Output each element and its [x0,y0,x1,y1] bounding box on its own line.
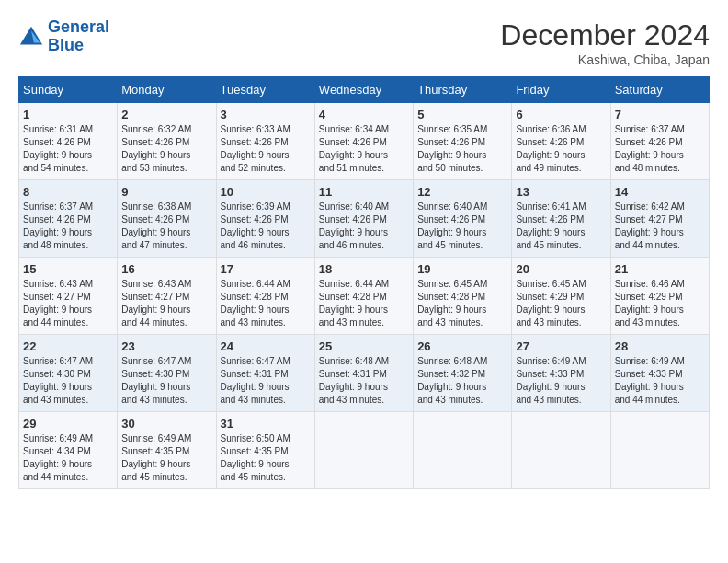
day-info: Sunrise: 6:40 AMSunset: 4:26 PMDaylight:… [319,201,409,252]
calendar-day-cell: 2Sunrise: 6:32 AMSunset: 4:26 PMDaylight… [118,103,216,180]
day-number: 17 [221,262,311,276]
day-info: Sunrise: 6:36 AMSunset: 4:26 PMDaylight:… [516,123,606,175]
day-info: Sunrise: 6:48 AMSunset: 4:31 PMDaylight:… [319,355,409,407]
calendar-day-cell [610,412,709,489]
day-info: Sunrise: 6:46 AMSunset: 4:29 PMDaylight:… [615,278,705,329]
day-number: 30 [121,417,211,431]
calendar-day-cell: 20Sunrise: 6:45 AMSunset: 4:29 PMDayligh… [512,258,610,335]
day-number: 5 [417,108,507,121]
day-number: 12 [417,185,507,199]
day-number: 8 [23,185,113,199]
day-number: 7 [615,108,705,121]
day-info: Sunrise: 6:33 AMSunset: 4:26 PMDaylight:… [221,123,311,175]
page-header: General Blue December 2024 Kashiwa, Chib… [18,18,710,67]
calendar-day-cell: 6Sunrise: 6:36 AMSunset: 4:26 PMDaylight… [512,103,610,180]
day-number: 9 [121,185,211,199]
location-subtitle: Kashiwa, Chiba, Japan [500,52,710,67]
calendar-week-row: 1Sunrise: 6:31 AMSunset: 4:26 PMDaylight… [19,103,710,180]
day-info: Sunrise: 6:48 AMSunset: 4:32 PMDaylight:… [417,355,507,407]
day-number: 6 [516,108,606,121]
day-info: Sunrise: 6:47 AMSunset: 4:30 PMDaylight:… [23,355,113,407]
day-info: Sunrise: 6:32 AMSunset: 4:26 PMDaylight:… [121,123,211,175]
calendar-day-cell [512,412,610,489]
day-info: Sunrise: 6:49 AMSunset: 4:33 PMDaylight:… [516,355,606,407]
day-info: Sunrise: 6:43 AMSunset: 4:27 PMDaylight:… [23,278,113,329]
calendar-day-cell: 18Sunrise: 6:44 AMSunset: 4:28 PMDayligh… [314,258,413,335]
col-header-wednesday: Wednesday [314,77,413,103]
day-number: 2 [121,108,211,121]
day-number: 21 [615,262,705,276]
calendar-day-cell: 8Sunrise: 6:37 AMSunset: 4:26 PMDaylight… [19,180,118,258]
day-info: Sunrise: 6:49 AMSunset: 4:35 PMDaylight:… [121,432,211,484]
calendar-day-cell: 9Sunrise: 6:38 AMSunset: 4:26 PMDaylight… [118,180,216,258]
day-info: Sunrise: 6:39 AMSunset: 4:26 PMDaylight:… [221,201,311,252]
day-info: Sunrise: 6:47 AMSunset: 4:31 PMDaylight:… [221,355,311,407]
calendar-day-cell: 17Sunrise: 6:44 AMSunset: 4:28 PMDayligh… [216,258,314,335]
calendar-day-cell: 4Sunrise: 6:34 AMSunset: 4:26 PMDaylight… [314,103,413,180]
day-number: 11 [319,185,409,199]
day-number: 19 [417,262,507,276]
day-info: Sunrise: 6:43 AMSunset: 4:27 PMDaylight:… [121,278,211,329]
calendar-day-cell: 30Sunrise: 6:49 AMSunset: 4:35 PMDayligh… [118,412,216,489]
day-number: 10 [221,185,311,199]
calendar-day-cell: 19Sunrise: 6:45 AMSunset: 4:28 PMDayligh… [414,258,512,335]
month-title: December 2024 [500,18,710,52]
day-info: Sunrise: 6:34 AMSunset: 4:26 PMDaylight:… [319,123,409,175]
logo-text: General Blue [48,18,109,55]
calendar-day-cell: 10Sunrise: 6:39 AMSunset: 4:26 PMDayligh… [216,180,314,258]
calendar-day-cell: 12Sunrise: 6:40 AMSunset: 4:26 PMDayligh… [414,180,512,258]
day-info: Sunrise: 6:45 AMSunset: 4:29 PMDaylight:… [516,278,606,329]
day-number: 25 [319,339,409,353]
day-info: Sunrise: 6:45 AMSunset: 4:28 PMDaylight:… [417,278,507,329]
day-info: Sunrise: 6:49 AMSunset: 4:34 PMDaylight:… [23,432,113,484]
calendar-table: SundayMondayTuesdayWednesdayThursdayFrid… [18,76,710,489]
title-block: December 2024 Kashiwa, Chiba, Japan [500,18,710,67]
col-header-saturday: Saturday [610,77,709,103]
calendar-header-row: SundayMondayTuesdayWednesdayThursdayFrid… [19,77,710,103]
calendar-day-cell [414,412,512,489]
day-info: Sunrise: 6:38 AMSunset: 4:26 PMDaylight:… [121,201,211,252]
day-number: 29 [23,417,113,431]
day-number: 18 [319,262,409,276]
calendar-day-cell: 26Sunrise: 6:48 AMSunset: 4:32 PMDayligh… [414,335,512,412]
col-header-thursday: Thursday [414,77,512,103]
day-number: 23 [121,339,211,353]
calendar-week-row: 15Sunrise: 6:43 AMSunset: 4:27 PMDayligh… [19,258,710,335]
day-info: Sunrise: 6:35 AMSunset: 4:26 PMDaylight:… [417,123,507,175]
day-info: Sunrise: 6:44 AMSunset: 4:28 PMDaylight:… [221,278,311,329]
day-info: Sunrise: 6:31 AMSunset: 4:26 PMDaylight:… [23,123,113,175]
calendar-day-cell: 1Sunrise: 6:31 AMSunset: 4:26 PMDaylight… [19,103,118,180]
day-number: 3 [221,108,311,121]
day-number: 20 [516,262,606,276]
logo-icon [18,24,44,50]
day-info: Sunrise: 6:42 AMSunset: 4:27 PMDaylight:… [615,201,705,252]
day-info: Sunrise: 6:40 AMSunset: 4:26 PMDaylight:… [417,201,507,252]
calendar-day-cell: 28Sunrise: 6:49 AMSunset: 4:33 PMDayligh… [610,335,709,412]
day-number: 22 [23,339,113,353]
day-number: 14 [615,185,705,199]
calendar-day-cell: 29Sunrise: 6:49 AMSunset: 4:34 PMDayligh… [19,412,118,489]
calendar-day-cell: 13Sunrise: 6:41 AMSunset: 4:26 PMDayligh… [512,180,610,258]
calendar-day-cell: 3Sunrise: 6:33 AMSunset: 4:26 PMDaylight… [216,103,314,180]
day-number: 16 [121,262,211,276]
col-header-friday: Friday [512,77,610,103]
calendar-day-cell: 31Sunrise: 6:50 AMSunset: 4:35 PMDayligh… [216,412,314,489]
day-number: 26 [417,339,507,353]
day-info: Sunrise: 6:47 AMSunset: 4:30 PMDaylight:… [121,355,211,407]
day-number: 15 [23,262,113,276]
logo: General Blue [18,18,109,55]
day-info: Sunrise: 6:37 AMSunset: 4:26 PMDaylight:… [615,123,705,175]
day-number: 27 [516,339,606,353]
day-info: Sunrise: 6:41 AMSunset: 4:26 PMDaylight:… [516,201,606,252]
calendar-day-cell [314,412,413,489]
calendar-day-cell: 23Sunrise: 6:47 AMSunset: 4:30 PMDayligh… [118,335,216,412]
day-number: 1 [23,108,113,121]
calendar-day-cell: 5Sunrise: 6:35 AMSunset: 4:26 PMDaylight… [414,103,512,180]
calendar-day-cell: 25Sunrise: 6:48 AMSunset: 4:31 PMDayligh… [314,335,413,412]
day-info: Sunrise: 6:37 AMSunset: 4:26 PMDaylight:… [23,201,113,252]
calendar-day-cell: 14Sunrise: 6:42 AMSunset: 4:27 PMDayligh… [610,180,709,258]
calendar-week-row: 29Sunrise: 6:49 AMSunset: 4:34 PMDayligh… [19,412,710,489]
day-info: Sunrise: 6:44 AMSunset: 4:28 PMDaylight:… [319,278,409,329]
calendar-day-cell: 22Sunrise: 6:47 AMSunset: 4:30 PMDayligh… [19,335,118,412]
day-info: Sunrise: 6:49 AMSunset: 4:33 PMDaylight:… [615,355,705,407]
